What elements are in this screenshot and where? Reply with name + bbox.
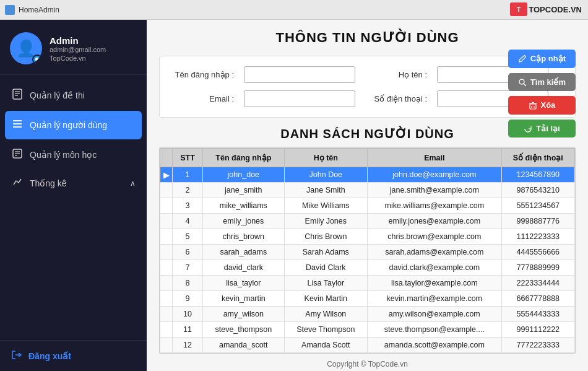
cell-stt: 8 <box>173 276 203 291</box>
logo-text: TOPCODE.VN <box>529 5 582 14</box>
col-email: Email <box>368 149 502 167</box>
cell-phone: 9876543210 <box>501 183 574 198</box>
cell-email: steve.thompson@example.... <box>368 322 502 338</box>
svg-rect-16 <box>530 104 536 109</box>
row-arrow <box>160 260 173 276</box>
cell-fullname: Jane Smith <box>284 183 368 198</box>
email-label: Email : <box>172 94 234 103</box>
logout-label: Đăng xuất <box>28 351 71 361</box>
ho-ten-label: Họ tên : <box>365 70 427 79</box>
cell-username: steve_thompson <box>203 322 284 338</box>
cell-phone: 1234567890 <box>501 167 574 183</box>
profile-brand: TopCode.vn <box>50 55 106 62</box>
app-icon <box>5 5 15 15</box>
sidebar-item-de-thi[interactable]: Quản lý đề thi <box>0 81 147 110</box>
cell-stt: 9 <box>173 291 203 307</box>
cell-email: emily.jones@example.com <box>368 214 502 229</box>
cell-stt: 11 <box>173 322 203 338</box>
tai-lai-icon <box>524 124 532 134</box>
cell-stt: 12 <box>173 338 203 353</box>
cell-email: amanda.scott@example.com <box>368 338 502 353</box>
cell-username: david_clark <box>203 260 284 276</box>
topcode-logo: T TOPCODE.VN <box>510 2 582 16</box>
row-arrow: ▶ <box>160 167 173 183</box>
cell-fullname: Chris Brown <box>284 229 368 245</box>
table-row[interactable]: 12amanda_scottAmanda Scottamanda.scott@e… <box>160 338 575 353</box>
sidebar-item-mon-hoc[interactable]: Quản lý môn học <box>0 141 147 169</box>
title-bar: HomeAdmin T TOPCODE.VN <box>0 0 588 20</box>
svg-rect-2 <box>13 89 22 99</box>
cell-email: amy.wilson@example.com <box>368 307 502 322</box>
cell-fullname: Kevin Martin <box>284 291 368 307</box>
so-dien-thoai-label: Số điện thoại : <box>365 94 427 103</box>
de-thi-icon <box>11 89 24 102</box>
form-row-2: Email : Số điện thoại : <box>172 90 563 107</box>
table-row[interactable]: 4emily_jonesEmily Jonesemily.jones@examp… <box>160 214 575 229</box>
table-row[interactable]: ▶1john_doeJohn Doejohn.doe@example.com12… <box>160 167 575 183</box>
table-row[interactable]: 6sarah_adamsSarah Adamssarah.adams@examp… <box>160 245 575 260</box>
row-arrow <box>160 338 173 353</box>
cell-fullname: David Clark <box>284 260 368 276</box>
cell-fullname: Lisa Taylor <box>284 276 368 291</box>
cap-nhat-icon <box>518 54 527 64</box>
table-row[interactable]: 7david_clarkDavid Clarkdavid.clark@examp… <box>160 260 575 276</box>
cell-phone: 7778889999 <box>501 260 574 276</box>
col-fullname: Họ tên <box>284 149 368 167</box>
cell-stt: 4 <box>173 214 203 229</box>
tai-lai-button[interactable]: Tải lại <box>508 120 576 138</box>
col-stt: STT <box>173 149 203 167</box>
table-row[interactable]: 9kevin_martinKevin Martinkevin.martin@ex… <box>160 291 575 307</box>
mon-hoc-icon <box>11 148 24 162</box>
ten-dang-nhap-input[interactable] <box>244 66 355 83</box>
table-row[interactable]: 10amy_wilsonAmy Wilsonamy.wilson@example… <box>160 307 575 322</box>
email-input[interactable] <box>244 90 355 107</box>
cell-fullname: Amy Wilson <box>284 307 368 322</box>
sidebar-item-nguoi-dung[interactable]: Quản lý người dùng <box>5 111 142 139</box>
cell-stt: 2 <box>173 183 203 198</box>
sidebar-item-mon-hoc-label: Quản lý môn học <box>30 150 97 160</box>
cell-stt: 3 <box>173 198 203 214</box>
cell-phone: 4445556666 <box>501 245 574 260</box>
table-row[interactable]: 3mike_williamsMike Williamsmike.williams… <box>160 198 575 214</box>
table-row[interactable]: 5chris_brownChris Brownchris.brown@examp… <box>160 229 575 245</box>
col-arrow <box>160 149 173 167</box>
cell-username: mike_williams <box>203 198 284 214</box>
cell-username: amanda_scott <box>203 338 284 353</box>
cell-stt: 6 <box>173 245 203 260</box>
tim-kiem-label: Tìm kiếm <box>530 77 566 87</box>
svg-line-15 <box>524 84 526 86</box>
row-arrow <box>160 198 173 214</box>
xoa-button[interactable]: Xóa <box>508 96 576 115</box>
profile-name: Admin <box>50 35 106 46</box>
cell-email: sarah.adams@example.com <box>368 245 502 260</box>
table-row[interactable]: 8lisa_taylorLisa Taylorlisa.taylor@examp… <box>160 276 575 291</box>
logout-button[interactable]: Đăng xuất <box>0 340 147 371</box>
table-row[interactable]: 2jane_smithJane Smithjane.smith@example.… <box>160 183 575 198</box>
cell-fullname: John Doe <box>284 167 368 183</box>
cell-email: david.clark@example.com <box>368 260 502 276</box>
thong-ke-expand-icon: ∧ <box>130 179 136 188</box>
sidebar-item-de-thi-label: Quản lý đề thi <box>30 90 85 100</box>
cell-email: mike.williams@example.com <box>368 198 502 214</box>
sidebar-profile: 👤 Admin admin@gmail.com TopCode.vn <box>0 20 147 75</box>
sidebar-nav: Quản lý đề thi Quản lý người dùng <box>0 75 147 340</box>
profile-info: Admin admin@gmail.com TopCode.vn <box>50 35 106 62</box>
cap-nhat-button[interactable]: Cập nhật <box>508 50 576 68</box>
svg-text:T: T <box>517 6 521 13</box>
sidebar-item-nguoi-dung-label: Quản lý người dùng <box>30 120 107 130</box>
row-arrow <box>160 183 173 198</box>
cell-phone: 1112223333 <box>501 229 574 245</box>
cell-phone: 6667778888 <box>501 291 574 307</box>
row-arrow <box>160 307 173 322</box>
logout-icon <box>11 349 22 362</box>
sidebar: 👤 Admin admin@gmail.com TopCode.vn <box>0 20 147 371</box>
col-phone: Số điện thoại <box>501 149 574 167</box>
sidebar-item-thong-ke[interactable]: Thống kê ∧ <box>0 169 147 198</box>
table-row[interactable]: 11steve_thompsonSteve Thompsonsteve.thom… <box>160 322 575 338</box>
cell-fullname: Steve Thompson <box>284 322 368 338</box>
tim-kiem-button[interactable]: Tìm kiếm <box>508 73 576 92</box>
sidebar-item-thong-ke-label: Thống kê <box>30 178 67 188</box>
row-arrow <box>160 214 173 229</box>
cell-phone: 5554443333 <box>501 307 574 322</box>
cell-email: john.doe@example.com <box>368 167 502 183</box>
